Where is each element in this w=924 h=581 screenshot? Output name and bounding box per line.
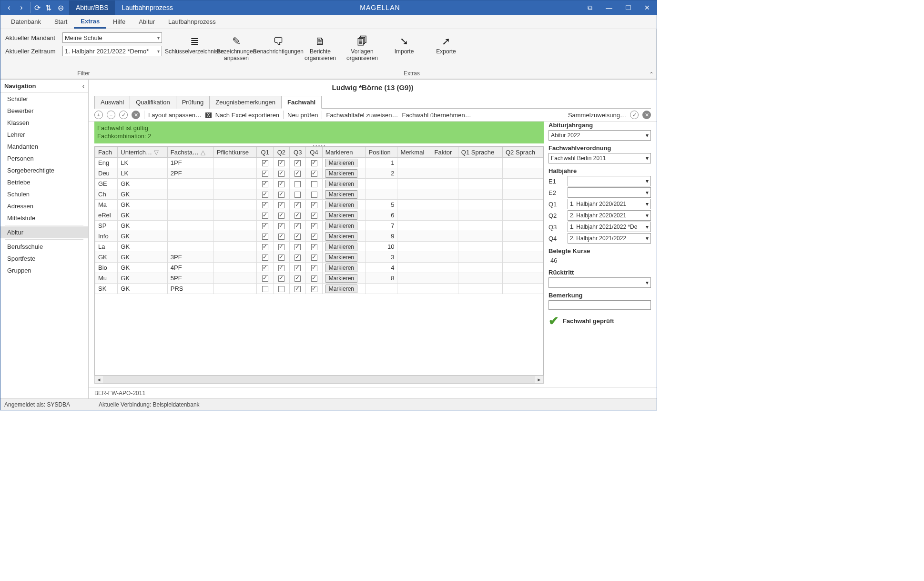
checkbox[interactable] (311, 171, 317, 177)
cancel-icon[interactable]: ✕ (132, 111, 140, 119)
column-header[interactable]: Q2 (273, 147, 289, 157)
ribbon-button[interactable]: 🗐Vorlagen organisieren (343, 34, 382, 62)
scroll-left-icon[interactable]: ◄ (95, 377, 103, 382)
checkbox[interactable] (294, 265, 301, 271)
sammel-cancel-icon[interactable]: ✕ (642, 111, 651, 119)
ribbon-collapse-icon[interactable]: ⌃ (649, 71, 654, 78)
column-header[interactable]: Markieren (322, 147, 366, 157)
ribbon-button[interactable]: 🗨Benachrichtigungen (259, 34, 298, 56)
checkbox[interactable] (294, 202, 301, 208)
tab[interactable]: Auswahl (94, 96, 130, 109)
sammel-accept-icon[interactable]: ✓ (630, 111, 639, 119)
checkbox[interactable] (294, 171, 301, 177)
checkbox[interactable] (311, 223, 317, 229)
bemerkung-input[interactable] (548, 300, 651, 310)
table-row[interactable]: MuGK5PFMarkieren8 (95, 273, 543, 283)
menu-item[interactable]: Start (48, 15, 74, 29)
halbjahr-combo[interactable]: 2. Halbjahr 2021/2022▾ (568, 233, 651, 244)
sidebar-item[interactable]: Mandanten (0, 141, 88, 153)
mandant-combo[interactable]: Meine Schule▾ (62, 32, 162, 43)
checkbox[interactable] (294, 255, 301, 261)
ruecktritt-combo[interactable]: ▾ (548, 277, 651, 288)
checkbox[interactable] (311, 192, 317, 198)
sidebar-item[interactable]: Personen (0, 153, 88, 164)
sidebar-item[interactable]: Lehrer (0, 129, 88, 141)
table-row[interactable]: DeuLK2PFMarkieren2 (95, 168, 543, 178)
ribbon-button[interactable]: ➚Exporte (426, 34, 466, 56)
checkbox[interactable] (262, 286, 268, 292)
checkbox[interactable] (278, 275, 284, 282)
checkbox[interactable] (278, 192, 284, 198)
fachwahl-grid[interactable]: FachUnterrich… ▽Fachsta… △PflichtkurseQ1… (94, 146, 544, 376)
markieren-button[interactable]: Markieren (325, 222, 357, 230)
checkbox[interactable] (294, 213, 301, 219)
scroll-right-icon[interactable]: ► (535, 377, 543, 382)
halbjahr-combo[interactable]: 1. Halbjahr 2020/2021▾ (568, 199, 651, 209)
column-header[interactable]: Fachsta… △ (167, 147, 213, 157)
markieren-button[interactable]: Markieren (325, 232, 357, 241)
table-row[interactable]: GEGKMarkieren (95, 178, 543, 189)
markieren-button[interactable]: Markieren (325, 264, 357, 272)
hscrollbar[interactable]: ◄ ► (94, 376, 544, 384)
table-row[interactable]: EngLK1PFMarkieren1 (95, 157, 543, 168)
sidebar-item[interactable]: Berufsschule (0, 241, 88, 253)
ribbon-button[interactable]: ≣Schlüsselverzeichnisse (175, 34, 214, 56)
checkbox[interactable] (278, 202, 284, 208)
table-row[interactable]: InfoGKMarkieren9 (95, 231, 543, 241)
halbjahr-combo[interactable]: ▾ (568, 176, 651, 186)
markieren-button[interactable]: Markieren (325, 253, 357, 262)
tab[interactable]: Prüfung (176, 96, 210, 109)
checkbox[interactable] (311, 244, 317, 250)
stop-icon[interactable]: ⊖ (55, 2, 66, 13)
checkbox[interactable] (294, 244, 301, 250)
column-header[interactable]: Q4 (306, 147, 322, 157)
table-row[interactable]: GKGK3PFMarkieren3 (95, 252, 543, 262)
markieren-button[interactable]: Markieren (325, 159, 357, 167)
sidebar-item[interactable]: Betriebe (0, 176, 88, 188)
halbjahr-combo[interactable]: 1. Halbjahr 2021/2022 *De▾ (568, 222, 651, 232)
column-header[interactable]: Faktor (431, 147, 458, 157)
nav-fwd-icon[interactable]: › (16, 2, 27, 13)
checkbox[interactable] (294, 192, 301, 198)
checkbox[interactable] (262, 244, 268, 250)
markieren-button[interactable]: Markieren (325, 180, 357, 188)
verordnung-combo[interactable]: Fachwahl Berlin 2011▾ (548, 153, 651, 163)
column-header[interactable]: Unterrich… ▽ (118, 147, 167, 157)
checkbox[interactable] (311, 255, 317, 261)
checkbox[interactable] (262, 234, 268, 240)
checkbox[interactable] (278, 171, 284, 177)
checkbox[interactable] (311, 213, 317, 219)
markieren-button[interactable]: Markieren (325, 190, 357, 199)
sidebar-item[interactable]: Sportfeste (0, 253, 88, 265)
checkbox[interactable] (311, 265, 317, 271)
tab[interactable]: Fachwahl (281, 96, 322, 109)
table-row[interactable]: SPGKMarkieren7 (95, 220, 543, 231)
checkbox[interactable] (278, 234, 284, 240)
checkbox[interactable] (311, 234, 317, 240)
tab[interactable]: Zeugnisbemerkungen (209, 96, 282, 109)
checkbox[interactable] (278, 223, 284, 229)
checkbox[interactable] (311, 160, 317, 166)
checkbox[interactable] (278, 160, 284, 166)
checkbox[interactable] (294, 181, 301, 187)
checkbox[interactable] (311, 202, 317, 208)
checkbox[interactable] (278, 265, 284, 271)
column-header[interactable]: Q1 Sprache (458, 147, 502, 157)
sidebar-item[interactable]: Schüler (0, 93, 88, 105)
table-row[interactable]: BioGK4PFMarkieren4 (95, 262, 543, 273)
markieren-button[interactable]: Markieren (325, 274, 357, 283)
close-icon[interactable]: ✕ (638, 0, 657, 15)
titlebar-tab[interactable]: Abitur/BBS (69, 0, 115, 15)
sidebar-item[interactable]: Mittelstufe (0, 212, 88, 224)
excel-export-button[interactable]: Nach Excel exportieren (215, 112, 279, 119)
checkbox[interactable] (278, 181, 284, 187)
column-header[interactable]: Q2 Sprach (502, 147, 543, 157)
bookmark-icon[interactable]: ⇅ (42, 2, 54, 13)
markieren-button[interactable]: Markieren (325, 211, 357, 220)
jahrgang-combo[interactable]: Abitur 2022▾ (548, 130, 651, 141)
nav-collapse-icon[interactable]: ‹ (82, 82, 84, 90)
layout-button[interactable]: Layout anpassen… (148, 112, 202, 119)
column-header[interactable]: Fach (95, 147, 118, 157)
column-header[interactable]: Pflichtkurse (213, 147, 257, 157)
sidebar-item[interactable]: Gruppen (0, 265, 88, 276)
